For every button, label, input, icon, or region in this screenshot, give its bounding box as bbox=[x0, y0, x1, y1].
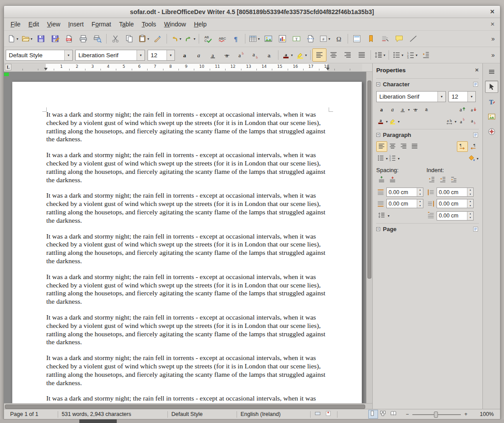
increase-indent-button[interactable] bbox=[419, 48, 433, 62]
copy-button[interactable] bbox=[122, 32, 137, 45]
save-as-button[interactable] bbox=[48, 32, 62, 45]
menu-edit[interactable]: Edit bbox=[25, 18, 43, 30]
first-line-indent-input[interactable]: 0.00 cm ▴▾ bbox=[437, 211, 474, 221]
increase-spacing-button[interactable] bbox=[376, 175, 387, 185]
chevron-down-icon[interactable]: ▾ bbox=[291, 53, 293, 57]
paragraph-style-combo[interactable]: Default Style ▾ bbox=[6, 50, 73, 61]
ltr-button[interactable]: ¶ bbox=[457, 141, 468, 152]
chevron-down-icon[interactable]: ▾ bbox=[64, 50, 72, 60]
chevron-down-icon[interactable]: ▾ bbox=[386, 157, 388, 161]
modified-button[interactable]: * bbox=[324, 410, 334, 419]
spinner-buttons[interactable]: ▴▾ bbox=[467, 188, 473, 196]
paragraph[interactable]: It was a dark and stormy night; the rain… bbox=[46, 354, 330, 387]
dialog-launcher-icon[interactable] bbox=[472, 132, 479, 138]
font-name-combo[interactable]: Liberation Serif ▾ bbox=[75, 50, 145, 61]
superscript-button[interactable]: ab bbox=[234, 48, 248, 62]
dialog-launcher-icon[interactable] bbox=[472, 81, 479, 88]
document-close-button[interactable]: ✕ bbox=[490, 21, 495, 27]
highlight-button[interactable]: ▾ bbox=[388, 116, 400, 127]
spinner-buttons[interactable]: ▴▾ bbox=[467, 212, 473, 220]
underline-button[interactable]: a bbox=[206, 48, 220, 62]
clone-formatting-button[interactable] bbox=[151, 32, 165, 45]
auto-spellcheck-button[interactable]: ABC bbox=[215, 32, 229, 45]
italic-button[interactable]: a bbox=[192, 48, 206, 62]
font-color-button[interactable]: a▾ bbox=[376, 116, 388, 127]
word-count-field[interactable]: 531 words, 2,943 characters bbox=[58, 411, 167, 417]
cut-button[interactable] bbox=[108, 32, 122, 45]
underline-button[interactable]: a▾ bbox=[398, 104, 410, 115]
chevron-down-icon[interactable]: ▾ bbox=[398, 120, 400, 124]
align-justify-button[interactable] bbox=[355, 48, 369, 62]
menu-window[interactable]: Window bbox=[160, 18, 190, 30]
chevron-down-icon[interactable]: ▾ bbox=[398, 157, 400, 161]
toolbar-overflow-button[interactable]: » bbox=[488, 35, 498, 42]
shadow-button[interactable]: aa bbox=[421, 104, 432, 115]
sidebar-close-button[interactable]: ✕ bbox=[475, 67, 479, 73]
tab-styles-button[interactable]: T bbox=[485, 96, 498, 108]
horizontal-scrollbar[interactable] bbox=[4, 403, 372, 409]
chevron-down-icon[interactable]: ▾ bbox=[16, 37, 18, 41]
menu-insert[interactable]: Insert bbox=[64, 18, 88, 30]
chevron-down-icon[interactable]: ▾ bbox=[383, 53, 385, 57]
para-background-button[interactable]: ▾ bbox=[467, 153, 479, 164]
align-left-button[interactable] bbox=[312, 48, 326, 62]
bookmark-button[interactable] bbox=[364, 32, 378, 45]
paragraph[interactable]: It was a dark and stormy night; the rain… bbox=[46, 273, 330, 306]
view-multi-button[interactable] bbox=[379, 410, 389, 419]
chevron-down-icon[interactable]: ▾ bbox=[147, 37, 149, 41]
bullet-list-button[interactable]: ▾ bbox=[391, 48, 405, 62]
before-text-indent-input[interactable]: 0.00 cm ▴▾ bbox=[437, 188, 474, 197]
insert-field-button[interactable]: #▾ bbox=[318, 32, 332, 45]
align-right-button[interactable] bbox=[341, 48, 355, 62]
spinner-buttons[interactable]: ▴▾ bbox=[417, 199, 423, 208]
zoom-out-button[interactable]: − bbox=[405, 411, 410, 417]
chevron-down-icon[interactable]: ▾ bbox=[258, 37, 259, 41]
spinner-buttons[interactable]: ▴▾ bbox=[417, 188, 423, 196]
chevron-down-icon[interactable]: ▾ bbox=[137, 50, 145, 60]
strikethrough-button[interactable]: a bbox=[410, 104, 421, 115]
insert-table-button[interactable]: ▾ bbox=[247, 32, 261, 45]
subscript-button[interactable]: ab bbox=[468, 116, 479, 127]
increase-indent-button[interactable] bbox=[426, 175, 437, 185]
grow-font-button[interactable]: a bbox=[457, 104, 468, 115]
italic-button[interactable]: a bbox=[387, 104, 398, 115]
paragraph[interactable]: It was a dark and stormy night; the rain… bbox=[46, 151, 330, 184]
special-character-button[interactable]: Ω bbox=[332, 32, 346, 45]
zoom-in-button[interactable]: + bbox=[463, 411, 468, 417]
open-button[interactable]: ▾ bbox=[20, 32, 34, 45]
line-spacing-button[interactable] bbox=[376, 210, 387, 221]
ruler-right-margin-zone[interactable] bbox=[328, 64, 362, 71]
page-section-header[interactable]: − Page bbox=[376, 223, 479, 234]
horizontal-ruler[interactable]: L 123456789101112131415161718 bbox=[4, 63, 372, 72]
paragraph[interactable]: It was a dark and stormy night; the rain… bbox=[46, 232, 330, 265]
formatting-marks-button[interactable]: ¶ bbox=[229, 32, 243, 45]
menu-help[interactable]: Help bbox=[190, 18, 211, 30]
chevron-down-icon[interactable]: ▾ bbox=[388, 214, 389, 218]
numbered-list-button[interactable]: 1.2.3.▾ bbox=[405, 48, 419, 62]
ruler-left-margin-zone[interactable] bbox=[12, 64, 46, 71]
print-preview-button[interactable] bbox=[90, 32, 104, 45]
tab-navigator-button[interactable] bbox=[485, 125, 498, 138]
chevron-down-icon[interactable]: ▾ bbox=[193, 37, 195, 41]
selection-mode-button[interactable] bbox=[314, 410, 323, 419]
dialog-launcher-icon[interactable] bbox=[472, 226, 479, 232]
track-changes-button[interactable] bbox=[378, 32, 392, 45]
collapse-icon[interactable]: − bbox=[376, 82, 380, 86]
highlight-button[interactable]: ▾ bbox=[294, 48, 308, 62]
vertical-scrollbar-thumb[interactable] bbox=[367, 81, 371, 279]
menu-file[interactable]: File bbox=[7, 18, 25, 30]
menu-table[interactable]: Table bbox=[115, 18, 137, 30]
page-style-field[interactable]: Default Style bbox=[168, 411, 237, 417]
chevron-down-icon[interactable]: ▾ bbox=[408, 108, 410, 112]
view-book-button[interactable] bbox=[389, 410, 399, 419]
print-button[interactable] bbox=[76, 32, 90, 45]
chevron-down-icon[interactable]: ▾ bbox=[415, 53, 417, 57]
insert-chart-button[interactable] bbox=[275, 32, 289, 45]
paragraph[interactable]: It was a dark and stormy night; the rain… bbox=[46, 191, 330, 224]
sidebar-font-size-combo[interactable]: 12 ▾ bbox=[448, 91, 476, 102]
menu-format[interactable]: Format bbox=[88, 18, 115, 30]
document-page[interactable]: It was a dark and stormy night; the rain… bbox=[12, 81, 362, 403]
char-spacing-button[interactable]: ab▾ bbox=[445, 116, 457, 127]
align-left-button[interactable] bbox=[376, 141, 387, 152]
paragraph-section-header[interactable]: − Paragraph bbox=[376, 129, 479, 140]
